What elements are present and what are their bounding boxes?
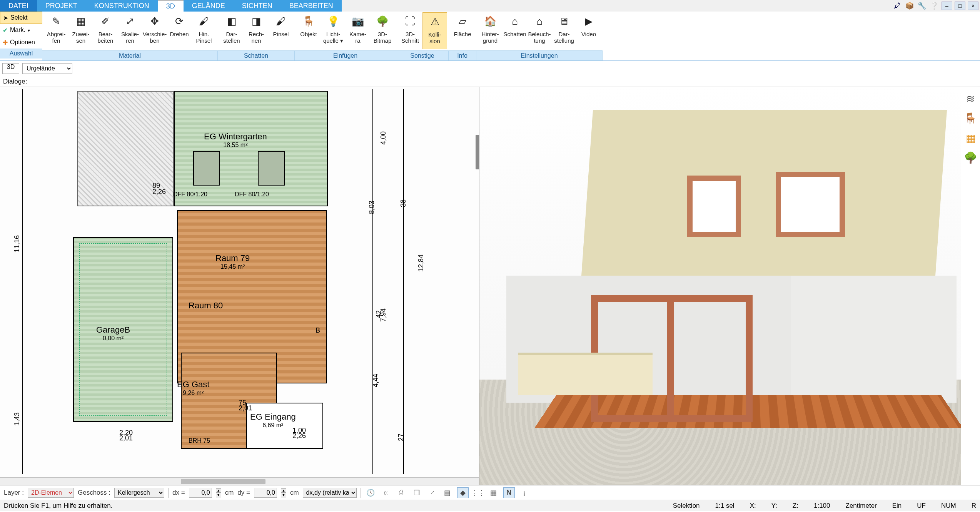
mark-button[interactable]: ✔ Mark.: [0, 24, 42, 36]
menu-tab-gelände[interactable]: GELÄNDE: [184, 0, 234, 12]
chair-icon[interactable]: 🪑: [964, 112, 977, 125]
geschoss-select[interactable]: Kellergesch: [114, 488, 164, 498]
close-button[interactable]: ×: [968, 2, 978, 10]
view-3d[interactable]: [479, 87, 961, 485]
chevron-down-icon: [27, 27, 30, 33]
objekt-label1: Objekt: [300, 31, 317, 37]
view-2d[interactable]: EG Wintergarten18,55 m²Raum 7915,45 m²Ra…: [0, 87, 479, 485]
grid-lines-icon[interactable]: ▦: [488, 487, 499, 498]
info-icon[interactable]: ¡: [519, 487, 530, 498]
stack-icon[interactable]: ❐: [411, 487, 422, 498]
ribbon-group-schatten: ◧Dar-stellen◨Rech-nen🖌PinselSchatten: [218, 12, 295, 60]
ribbon-drehen[interactable]: ⟳Drehen: [167, 12, 192, 49]
ribbon-beleuchtung[interactable]: ⌂Beleuch-tung: [527, 12, 552, 49]
ribbon-group-label: Sonstige: [396, 50, 449, 60]
menu-tab-konstruktion[interactable]: KONSTRUKTION: [86, 0, 158, 12]
maximize-button[interactable]: □: [955, 2, 965, 10]
darstellung-icon: 🖥: [556, 14, 572, 29]
bearbeiten-label2: beiten: [98, 37, 114, 44]
room-label: Raum 80: [189, 301, 223, 311]
ribbon-lichtquelle[interactable]: 💡Licht-quelle ▾: [321, 12, 346, 49]
dx-spinner[interactable]: ▲▼: [216, 488, 221, 497]
north-icon[interactable]: N: [503, 487, 515, 498]
status-uf: UF: [917, 502, 926, 510]
room-label: Raum 7915,45 m²: [215, 253, 250, 270]
menu-tab-3d[interactable]: 3D: [158, 0, 184, 12]
shade-icon[interactable]: ◆: [457, 487, 469, 498]
coord-mode-select[interactable]: dx,dy (relativ ka: [303, 488, 357, 498]
ribbon-group-label: Info: [449, 50, 476, 60]
beleuchtung-icon: ⌂: [532, 14, 547, 29]
room-wintergarten[interactable]: [174, 91, 328, 206]
skylight-2[interactable]: [258, 151, 285, 186]
hin-pinsel-icon: 🖌: [196, 14, 212, 29]
angle-icon[interactable]: ⟋: [426, 487, 438, 498]
ribbon-hintergrund[interactable]: 🏠Hinter-grund: [478, 12, 503, 49]
ribbon-3d-bitmap[interactable]: 🌳3D-Bitmap: [370, 12, 395, 49]
box-icon[interactable]: 📦: [905, 1, 915, 11]
beleuchtung-label2: tung: [534, 37, 545, 44]
sun-icon[interactable]: ☼: [380, 487, 392, 498]
plan-note: BRH 75: [189, 437, 210, 444]
clock-icon[interactable]: 🕓: [365, 487, 376, 498]
selekt-button[interactable]: ➤ Selekt: [0, 12, 42, 24]
view-mode-indicator[interactable]: 3D: [2, 63, 19, 74]
optionen-button[interactable]: ✚ Optionen: [0, 36, 42, 49]
grid-dots-icon[interactable]: ⋮⋮: [472, 487, 484, 498]
hatch-icon[interactable]: ▤: [442, 487, 453, 498]
ribbon-darstellen[interactable]: ◧Dar-stellen: [219, 12, 244, 49]
skalieren-label2: ren: [126, 37, 134, 44]
dy-spinner[interactable]: ▲▼: [281, 488, 286, 497]
terrain-select[interactable]: Urgelände: [22, 63, 72, 74]
dy-input[interactable]: [254, 488, 277, 498]
ribbon-flaeche[interactable]: ▱Fläche: [450, 12, 475, 49]
materials-icon[interactable]: ▦: [966, 132, 976, 144]
darstellung-label2: stellung: [554, 37, 574, 44]
layer-select[interactable]: 2D-Elemen: [28, 488, 74, 498]
ribbon-hin-pinsel[interactable]: 🖌Hin.Pinsel: [192, 12, 216, 49]
ribbon-bearbeiten[interactable]: ✐Bear-beiten: [93, 12, 118, 49]
video-label1: Video: [581, 31, 596, 37]
hintergrund-label2: grund: [483, 37, 498, 44]
menu-tab-projekt[interactable]: PROJEKT: [37, 0, 86, 12]
3d-schnitt-icon: ⛶: [402, 14, 418, 29]
menu-tab-bearbeiten[interactable]: BEARBEITEN: [281, 0, 342, 12]
ribbon-darstellung[interactable]: 🖥Dar-stellung: [552, 12, 576, 49]
bottom-toolbar: Layer : 2D-Elemen Geschoss : Kellergesch…: [0, 485, 980, 500]
menu-tab-sichten[interactable]: SICHTEN: [234, 0, 281, 12]
ribbon-video[interactable]: ▶Video: [576, 12, 601, 49]
dx-input[interactable]: [189, 488, 212, 498]
scrollbar-thumb[interactable]: [181, 479, 265, 484]
dimension-text: 42: [375, 310, 383, 318]
minimize-button[interactable]: –: [942, 2, 952, 10]
room-label: EG Gast9,26 m²: [177, 380, 209, 397]
dy-label: dy =: [237, 489, 250, 497]
pinsel-icon: 🖌: [273, 14, 289, 29]
ribbon-objekt[interactable]: 🪑Objekt: [296, 12, 321, 49]
skylight-1[interactable]: [193, 151, 220, 186]
ribbon-kamera[interactable]: 📷Kame-ra: [346, 12, 370, 49]
ribbon-abgreifen[interactable]: ✎Abgrei-fen: [44, 12, 68, 49]
wrench-icon[interactable]: 🔧: [917, 1, 927, 11]
zuweisen-label2: sen: [76, 37, 85, 44]
print-icon[interactable]: ⎙: [396, 487, 407, 498]
plus-icon: ✚: [2, 39, 8, 46]
ribbon-3d-schnitt[interactable]: ⛶3D-Schnitt: [398, 12, 422, 49]
ribbon-rechnen[interactable]: ◨Rech-nen: [244, 12, 269, 49]
ribbon: ➤ Selekt ✔ Mark. ✚ Optionen Auswahl ✎Abg…: [0, 12, 980, 61]
scrollbar-horizontal[interactable]: [0, 477, 479, 485]
wand-icon[interactable]: 🖍: [892, 1, 902, 11]
ribbon-verschieben[interactable]: ✥Verschie-ben: [142, 12, 167, 49]
hin-pinsel-label2: Pinsel: [196, 37, 212, 44]
dimension-text: 4,44: [372, 374, 380, 387]
dimension-text: B: [316, 326, 320, 335]
ribbon-zuweisen[interactable]: ▦Zuwei-sen: [68, 12, 93, 49]
help-icon[interactable]: ❔: [929, 1, 939, 11]
tree-icon[interactable]: 🌳: [964, 151, 977, 164]
ribbon-skalieren[interactable]: ⤢Skalie-ren: [118, 12, 142, 49]
layers-icon[interactable]: ≋: [966, 92, 975, 105]
ribbon-schatten-einst[interactable]: ⌂Schatten: [503, 12, 527, 49]
ribbon-kollision[interactable]: ⚠Kolli-sion: [422, 12, 447, 49]
menu-tab-datei[interactable]: DATEI: [0, 0, 37, 12]
ribbon-pinsel[interactable]: 🖌Pinsel: [269, 12, 293, 49]
